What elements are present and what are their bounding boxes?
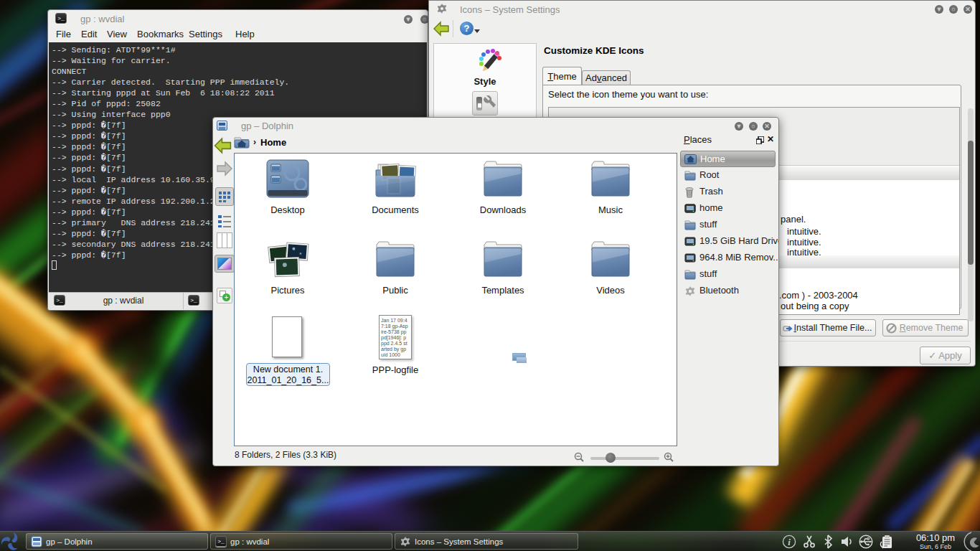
svg-text:i: i bbox=[788, 537, 791, 547]
